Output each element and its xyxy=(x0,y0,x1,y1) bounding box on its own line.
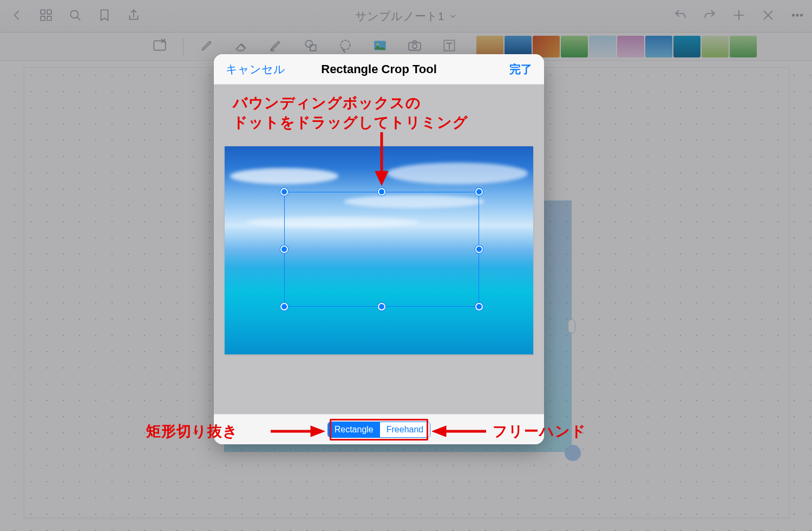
modal-header: キャンセル Rectangle Crop Tool 完了 xyxy=(214,54,544,85)
crop-handle-top-left[interactable] xyxy=(280,188,288,196)
svg-marker-22 xyxy=(432,426,446,437)
crop-handle-top-right[interactable] xyxy=(475,188,483,196)
crop-handle-bottom-right[interactable] xyxy=(475,303,483,310)
annotation-text-top-line2: ドットをドラッグしてトリミング xyxy=(233,113,468,132)
crop-handle-top-center[interactable] xyxy=(378,188,385,196)
crop-handle-bottom-left[interactable] xyxy=(280,303,288,310)
annotation-arrow-down-icon xyxy=(374,132,390,185)
svg-marker-20 xyxy=(311,426,325,437)
crop-bounding-box[interactable] xyxy=(284,192,479,307)
crop-handle-bottom-center[interactable] xyxy=(378,303,385,310)
annotation-text-left: 矩形切り抜き xyxy=(146,422,238,441)
done-button[interactable]: 完了 xyxy=(509,62,532,77)
crop-handle-mid-left[interactable] xyxy=(280,245,288,253)
cancel-button[interactable]: キャンセル xyxy=(226,62,285,77)
annotation-arrow-right-icon xyxy=(271,425,325,438)
modal-title: Rectangle Crop Tool xyxy=(321,62,437,76)
annotation-text-top-line1: バウンディングボックスの xyxy=(233,93,421,113)
crop-handle-mid-right[interactable] xyxy=(475,245,483,253)
annotation-arrow-left-icon xyxy=(432,425,486,438)
svg-marker-18 xyxy=(375,171,388,185)
annotation-text-right: フリーハンド xyxy=(493,422,586,441)
annotation-highlight-box xyxy=(330,419,428,441)
